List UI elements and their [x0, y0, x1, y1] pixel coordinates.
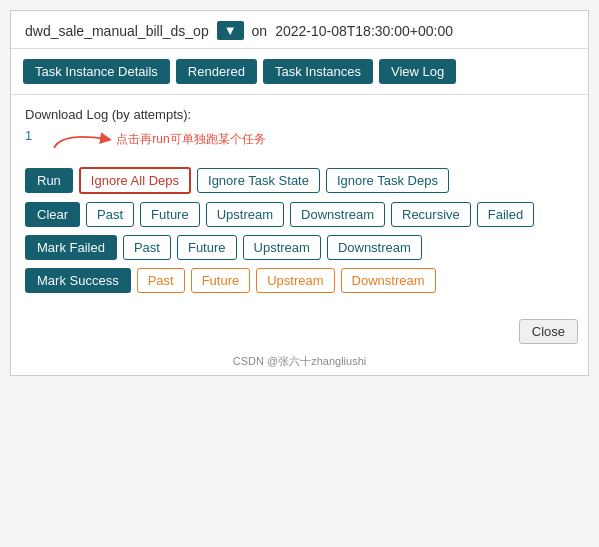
run-button[interactable]: Run	[25, 168, 73, 193]
clear-downstream-button[interactable]: Downstream	[290, 202, 385, 227]
mark-failed-past-button[interactable]: Past	[123, 235, 171, 260]
on-label: on	[252, 23, 268, 39]
attempt-link[interactable]: 1	[25, 128, 32, 143]
annotation-box: 1 点击再run可单独跑某个任务	[25, 128, 574, 153]
close-button[interactable]: Close	[519, 319, 578, 344]
mark-success-button[interactable]: Mark Success	[25, 268, 131, 293]
tab-bar: Task Instance Details Rendered Task Inst…	[11, 49, 588, 95]
tab-task-instance-details[interactable]: Task Instance Details	[23, 59, 170, 84]
mark-success-upstream-button[interactable]: Upstream	[256, 268, 334, 293]
mark-success-downstream-button[interactable]: Downstream	[341, 268, 436, 293]
watermark: CSDN @张六十zhangliushi	[11, 354, 588, 375]
mark-failed-button[interactable]: Mark Failed	[25, 235, 117, 260]
ignore-all-deps-button[interactable]: Ignore All Deps	[79, 167, 191, 194]
mark-failed-downstream-button[interactable]: Downstream	[327, 235, 422, 260]
download-log-label: Download Log (by attempts):	[25, 107, 574, 122]
dag-id: dwd_sale_manual_bill_ds_op	[25, 23, 209, 39]
clear-button[interactable]: Clear	[25, 202, 80, 227]
mark-failed-future-button[interactable]: Future	[177, 235, 237, 260]
filter-icon-button[interactable]: ▼	[217, 21, 244, 40]
clear-upstream-button[interactable]: Upstream	[206, 202, 284, 227]
clear-row: Clear Past Future Upstream Downstream Re…	[25, 202, 574, 227]
clear-recursive-button[interactable]: Recursive	[391, 202, 471, 227]
top-bar: dwd_sale_manual_bill_ds_op ▼ on 2022-10-…	[11, 11, 588, 49]
clear-future-button[interactable]: Future	[140, 202, 200, 227]
tab-rendered[interactable]: Rendered	[176, 59, 257, 84]
mark-failed-row: Mark Failed Past Future Upstream Downstr…	[25, 235, 574, 260]
run-row: Run Ignore All Deps Ignore Task State Ig…	[25, 167, 574, 194]
execution-date: 2022-10-08T18:30:00+00:00	[275, 23, 453, 39]
arrow-annotation: 点击再run可单独跑某个任务	[52, 128, 265, 150]
mark-failed-upstream-button[interactable]: Upstream	[243, 235, 321, 260]
clear-failed-button[interactable]: Failed	[477, 202, 534, 227]
mark-success-past-button[interactable]: Past	[137, 268, 185, 293]
tab-view-log[interactable]: View Log	[379, 59, 456, 84]
annotation-text: 点击再run可单独跑某个任务	[116, 131, 265, 148]
tab-task-instances[interactable]: Task Instances	[263, 59, 373, 84]
arrow-icon	[52, 128, 112, 150]
ignore-task-deps-button[interactable]: Ignore Task Deps	[326, 168, 449, 193]
clear-past-button[interactable]: Past	[86, 202, 134, 227]
content-area: Download Log (by attempts): 1 点击再run可单独跑…	[11, 95, 588, 313]
mark-success-future-button[interactable]: Future	[191, 268, 251, 293]
mark-success-row: Mark Success Past Future Upstream Downst…	[25, 268, 574, 293]
footer: Close	[11, 313, 588, 354]
ignore-task-state-button[interactable]: Ignore Task State	[197, 168, 320, 193]
